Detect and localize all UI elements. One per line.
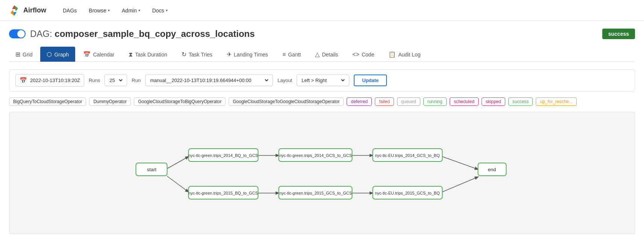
tab-gantt[interactable]: ≡ Gantt: [276, 47, 308, 62]
tabs-bar: ⊞ Grid ⬡ Graph 📅 Calendar ⧗ Task Duratio…: [9, 47, 635, 62]
legend-gcs-gcs[interactable]: GoogleCloudStorageToGoogleCloudStorageOp…: [229, 97, 344, 106]
gantt-icon: ≡: [282, 51, 286, 58]
node-2015-bq[interactable]: nyc-tlc-green.trips_2015_BQ_to_GCS: [188, 186, 258, 199]
calendar-icon: 📅: [83, 51, 91, 58]
svg-text:nyc-tlc-green.trips_2014_GCS_t: nyc-tlc-green.trips_2014_GCS_to_GCS: [279, 153, 352, 158]
admin-caret: ▾: [138, 8, 140, 12]
tab-audit-log-label: Audit Log: [398, 52, 420, 58]
tab-calendar[interactable]: 📅 Calendar: [77, 47, 121, 62]
legend-deferred[interactable]: deferred: [347, 97, 372, 106]
details-icon: △: [315, 51, 320, 58]
legend-dummy[interactable]: DummyOperator: [89, 97, 131, 106]
runs-select[interactable]: 25 50 100: [108, 77, 124, 84]
calendar-date-icon: 📅: [20, 77, 27, 84]
svg-text:nyc-tlc-EU.trips_2015_GCS_to_B: nyc-tlc-EU.trips_2015_GCS_to_BQ: [375, 191, 440, 195]
dag-status-badge: success: [602, 29, 635, 39]
runs-label: Runs: [89, 78, 100, 83]
svg-text:nyc-tlc-EU.trips_2014_GCS_to_B: nyc-tlc-EU.trips_2014_GCS_to_BQ: [375, 153, 440, 158]
node-2014-gcs[interactable]: nyc-tlc-green.trips_2014_GCS_to_GCS: [279, 149, 352, 161]
brand-label: Airflow: [23, 6, 46, 14]
date-value: 2022-10-13T10:19:20Z: [30, 78, 80, 83]
legend-scheduled[interactable]: scheduled: [450, 97, 479, 106]
airflow-logo: [8, 4, 21, 17]
node-start[interactable]: start: [136, 163, 167, 176]
date-picker-wrap[interactable]: 📅 2022-10-13T10:19:20Z: [15, 74, 84, 87]
nav-admin[interactable]: Admin ▾: [117, 5, 145, 17]
brand: Airflow: [8, 4, 46, 17]
svg-text:start: start: [147, 167, 157, 172]
legend-queued[interactable]: queued: [397, 97, 420, 106]
svg-text:nyc-tlc-green.trips_2015_BQ_to: nyc-tlc-green.trips_2015_BQ_to_GCS: [188, 191, 258, 195]
landing-times-icon: ✈: [227, 51, 232, 58]
tab-grid[interactable]: ⊞ Grid: [9, 47, 39, 62]
tab-details-label: Details: [322, 52, 338, 58]
controls-bar: 📅 2022-10-13T10:19:20Z Runs 25 50 100 Ru…: [9, 69, 635, 91]
tab-task-duration-label: Task Duration: [135, 52, 167, 58]
run-label: Run: [132, 78, 141, 83]
dag-toggle[interactable]: [9, 29, 26, 38]
dag-title: DAG: composer_sample_bq_copy_across_loca…: [30, 29, 255, 39]
edge-2015eu-end: [442, 177, 478, 192]
run-select-wrap[interactable]: manual__2022-10-13T10:19:19.664944+00:00: [145, 75, 273, 86]
node-2014-bq[interactable]: nyc-tlc-green.trips_2014_BQ_to_GCS: [188, 149, 258, 161]
tab-landing-times-label: Landing Times: [234, 52, 268, 58]
tab-details[interactable]: △ Details: [309, 47, 344, 62]
node-2015-eu[interactable]: nyc-tlc-EU.trips_2015_GCS_to_BQ: [373, 186, 442, 199]
graph-area: start nyc-tlc-green.trips_2014_BQ_to_GCS…: [9, 112, 635, 234]
legend-success[interactable]: success: [508, 97, 533, 106]
tab-graph[interactable]: ⬡ Graph: [40, 47, 75, 62]
task-tries-icon: ↻: [182, 51, 186, 58]
node-end[interactable]: end: [478, 163, 506, 176]
tab-task-duration[interactable]: ⧗ Task Duration: [122, 47, 174, 62]
audit-log-icon: 📋: [388, 51, 396, 58]
legend-failed[interactable]: failed: [375, 97, 394, 106]
nav-dags[interactable]: DAGs: [58, 5, 82, 17]
browse-caret: ▾: [108, 8, 110, 12]
code-icon: <>: [352, 51, 359, 58]
update-button[interactable]: Update: [354, 75, 387, 86]
run-select[interactable]: manual__2022-10-13T10:19:19.664944+00:00: [148, 77, 270, 84]
legend-skipped[interactable]: skipped: [482, 97, 505, 106]
tab-landing-times[interactable]: ✈ Landing Times: [220, 47, 274, 62]
main-content: DAG: composer_sample_bq_copy_across_loca…: [0, 21, 644, 242]
svg-text:nyc-tlc-green.trips_2014_BQ_to: nyc-tlc-green.trips_2014_BQ_to_GCS: [188, 153, 258, 158]
dag-title-value: composer_sample_bq_copy_across_locations: [55, 29, 255, 39]
runs-select-wrap[interactable]: 25 50 100: [105, 75, 127, 86]
docs-caret: ▾: [166, 8, 168, 12]
nav-links: DAGs Browse ▾ Admin ▾ Docs ▾: [58, 5, 173, 17]
edge-2014eu-end: [442, 157, 478, 169]
svg-text:nyc-tlc-green.trips_2015_GCS_t: nyc-tlc-green.trips_2015_GCS_to_GCS: [279, 191, 352, 195]
nav-docs[interactable]: Docs ▾: [147, 5, 173, 17]
edge-start-2014bq: [167, 157, 189, 169]
tab-code-label: Code: [362, 52, 374, 58]
dag-title-prefix: DAG:: [30, 29, 52, 39]
layout-label: Layout: [277, 78, 292, 83]
node-2015-gcs[interactable]: nyc-tlc-green.trips_2015_GCS_to_GCS: [279, 186, 352, 199]
grid-icon: ⊞: [15, 51, 20, 58]
navbar: Airflow DAGs Browse ▾ Admin ▾ Docs ▾: [0, 0, 644, 21]
task-duration-icon: ⧗: [129, 51, 133, 58]
tab-calendar-label: Calendar: [93, 52, 114, 58]
node-2014-eu[interactable]: nyc-tlc-EU.trips_2014_GCS_to_BQ: [373, 149, 442, 161]
tab-task-tries[interactable]: ↻ Task Tries: [175, 47, 219, 62]
tab-task-tries-label: Task Tries: [189, 52, 212, 58]
legend-bar: BigQueryToCloudStorageOperator DummyOper…: [9, 97, 635, 106]
legend-up-for-reschedule[interactable]: up_for_resche...: [536, 97, 577, 106]
graph-icon: ⬡: [47, 51, 52, 58]
legend-bigquery[interactable]: BigQueryToCloudStorageOperator: [9, 97, 86, 106]
dag-graph-svg: start nyc-tlc-green.trips_2014_BQ_to_GCS…: [17, 120, 627, 225]
tab-gantt-label: Gantt: [288, 52, 301, 58]
nav-browse[interactable]: Browse ▾: [83, 5, 115, 17]
tab-code[interactable]: <> Code: [346, 47, 380, 62]
dag-header: DAG: composer_sample_bq_copy_across_loca…: [9, 29, 635, 39]
tab-audit-log[interactable]: 📋 Audit Log: [382, 47, 427, 62]
tab-graph-label: Graph: [54, 52, 69, 58]
svg-text:end: end: [488, 167, 496, 172]
legend-gcs-bq[interactable]: GoogleCloudStorageToBigQueryOperator: [134, 97, 226, 106]
dag-title-row: DAG: composer_sample_bq_copy_across_loca…: [9, 29, 255, 39]
layout-select[interactable]: Left > Right Top > Bottom: [300, 77, 346, 84]
legend-running[interactable]: running: [423, 97, 447, 106]
edge-start-2015bq: [167, 176, 189, 192]
tab-grid-label: Grid: [23, 52, 32, 58]
layout-select-wrap[interactable]: Left > Right Top > Bottom: [297, 75, 349, 86]
